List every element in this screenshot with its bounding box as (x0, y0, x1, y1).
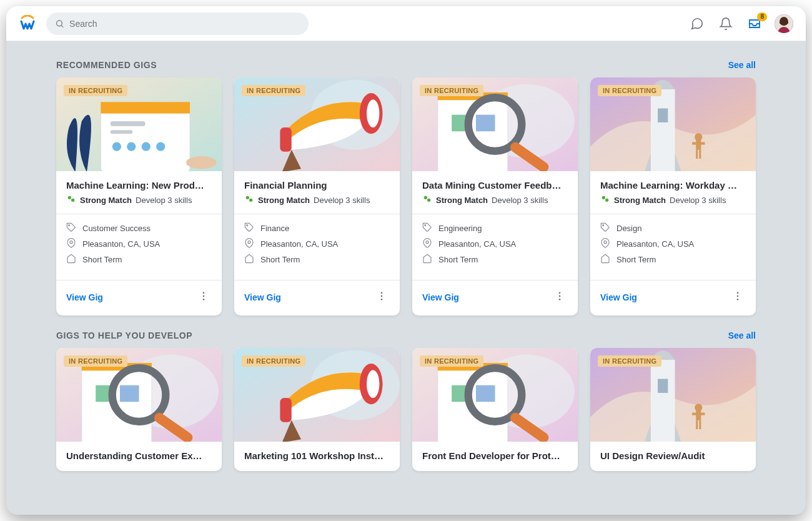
card-illustration: IN RECRUITING (234, 77, 400, 171)
view-gig-link[interactable]: View Gig (66, 292, 103, 302)
svg-rect-53 (692, 142, 705, 145)
meta-list: Design Pleasanton, CA, USA Short Term (600, 214, 746, 274)
category-row: Finance (244, 221, 390, 236)
svg-point-58 (603, 225, 604, 226)
category-value: Finance (260, 224, 289, 233)
notifications-icon[interactable] (717, 15, 735, 32)
match-label: Strong Match (614, 196, 666, 205)
location-row: Pleasanton, CA, USA (422, 236, 568, 252)
svg-point-61 (737, 295, 739, 297)
card-body: Financial Planning Strong Match Develop … (234, 171, 400, 280)
svg-point-27 (249, 199, 252, 202)
gig-card[interactable]: IN RECRUITING Machine Learning: Workday … (590, 77, 756, 315)
svg-rect-86 (658, 379, 668, 393)
meta-list: Finance Pleasanton, CA, USA Short Term (244, 214, 390, 274)
view-gig-link[interactable]: View Gig (600, 292, 637, 302)
profile-avatar[interactable] (775, 14, 793, 33)
view-gig-link[interactable]: View Gig (422, 292, 459, 302)
category-row: Customer Success (66, 221, 212, 236)
tag-icon (600, 222, 610, 234)
card-body: Machine Learning: New Prod… Strong Match… (56, 171, 222, 280)
match-row: Strong Match Develop 3 skills (422, 194, 568, 206)
svg-rect-6 (101, 102, 190, 113)
meta-list: Engineering Pleasanton, CA, USA Short Te… (422, 214, 568, 274)
develop-gigs-row: IN RECRUITING Understanding Customer Ex…… (56, 348, 756, 471)
more-menu-icon[interactable] (552, 288, 568, 307)
svg-point-16 (69, 225, 70, 226)
gig-card[interactable]: IN RECRUITING Marketing 101 Workshop Ins… (234, 348, 400, 471)
gig-card[interactable]: IN RECRUITING UI Design Review/Audit (590, 348, 756, 471)
term-value: Short Term (260, 255, 300, 264)
section-title: RECOMMENDED GIGS (56, 60, 157, 70)
section-header: GIGS TO HELP YOU DEVELOP See all (56, 330, 756, 340)
more-menu-icon[interactable] (196, 288, 212, 307)
inbox-icon[interactable]: 8 (746, 15, 763, 32)
category-value: Customer Success (82, 224, 151, 233)
home-icon (244, 254, 254, 265)
category-row: Design (600, 221, 746, 236)
card-illustration: IN RECRUITING (56, 77, 222, 171)
location-value: Pleasanton, CA, USA (438, 239, 516, 249)
term-value: Short Term (438, 255, 478, 264)
svg-point-74 (367, 370, 379, 398)
svg-rect-75 (280, 398, 291, 422)
svg-point-42 (427, 199, 430, 202)
search-input[interactable] (69, 19, 300, 29)
more-menu-icon[interactable] (374, 288, 390, 307)
svg-point-15 (71, 199, 74, 202)
develop-label: Develop 3 skills (670, 196, 726, 205)
more-menu-icon[interactable] (730, 288, 746, 307)
view-gig-link[interactable]: View Gig (244, 292, 281, 302)
term-value: Short Term (616, 255, 656, 264)
gig-title: Front End Developer for Prot… (422, 450, 568, 461)
gig-card[interactable]: IN RECRUITING Understanding Customer Ex… (56, 348, 222, 471)
gig-title: UI Design Review/Audit (600, 450, 746, 461)
develop-label: Develop 3 skills (492, 196, 548, 205)
location-value: Pleasanton, CA, USA (82, 239, 160, 249)
home-icon (422, 254, 432, 265)
recruiting-badge: IN RECRUITING (598, 355, 661, 367)
card-illustration: IN RECRUITING (590, 348, 756, 442)
svg-rect-7 (111, 121, 146, 126)
workday-logo[interactable] (19, 15, 36, 32)
svg-rect-91 (699, 420, 701, 429)
svg-rect-50 (658, 109, 668, 122)
match-icon (244, 194, 254, 206)
term-row: Short Term (422, 252, 568, 267)
svg-point-26 (246, 196, 249, 199)
card-body: Marketing 101 Workshop Inst… (234, 442, 400, 471)
section-header: RECOMMENDED GIGS See all (56, 60, 756, 70)
svg-point-10 (127, 142, 136, 151)
location-value: Pleasanton, CA, USA (616, 239, 694, 249)
category-row: Engineering (422, 221, 568, 236)
match-row: Strong Match Develop 3 skills (66, 194, 212, 206)
recruiting-badge: IN RECRUITING (242, 355, 305, 367)
recruiting-badge: IN RECRUITING (242, 85, 305, 96)
location-row: Pleasanton, CA, USA (66, 236, 212, 252)
recruiting-badge: IN RECRUITING (598, 85, 661, 96)
gig-card[interactable]: IN RECRUITING Financial Planning Strong … (234, 77, 400, 315)
meta-list: Customer Success Pleasanton, CA, USA Sho… (66, 214, 212, 274)
svg-point-14 (68, 196, 71, 199)
svg-point-29 (248, 241, 250, 244)
svg-point-0 (57, 20, 62, 26)
gig-card[interactable]: IN RECRUITING Machine Learning: New Prod… (56, 77, 222, 315)
match-label: Strong Match (258, 196, 310, 205)
section-title: GIGS TO HELP YOU DEVELOP (56, 330, 192, 340)
svg-point-20 (203, 299, 205, 300)
match-label: Strong Match (436, 196, 488, 205)
category-value: Design (616, 224, 641, 233)
svg-point-47 (559, 299, 561, 300)
gig-card[interactable]: IN RECRUITING Data Mining Customer Feedb… (412, 77, 578, 315)
svg-point-32 (381, 299, 383, 300)
card-body: Machine Learning: Workday … Strong Match… (590, 171, 756, 280)
search-box[interactable] (46, 12, 309, 35)
see-all-link[interactable]: See all (728, 330, 756, 340)
svg-point-18 (203, 292, 205, 294)
gig-card[interactable]: IN RECRUITING Front End Developer for Pr… (412, 348, 578, 471)
location-row: Pleasanton, CA, USA (244, 236, 390, 252)
gig-title: Machine Learning: Workday … (600, 180, 746, 191)
see-all-link[interactable]: See all (728, 60, 756, 70)
chat-icon[interactable] (688, 15, 706, 32)
svg-point-19 (203, 295, 205, 297)
